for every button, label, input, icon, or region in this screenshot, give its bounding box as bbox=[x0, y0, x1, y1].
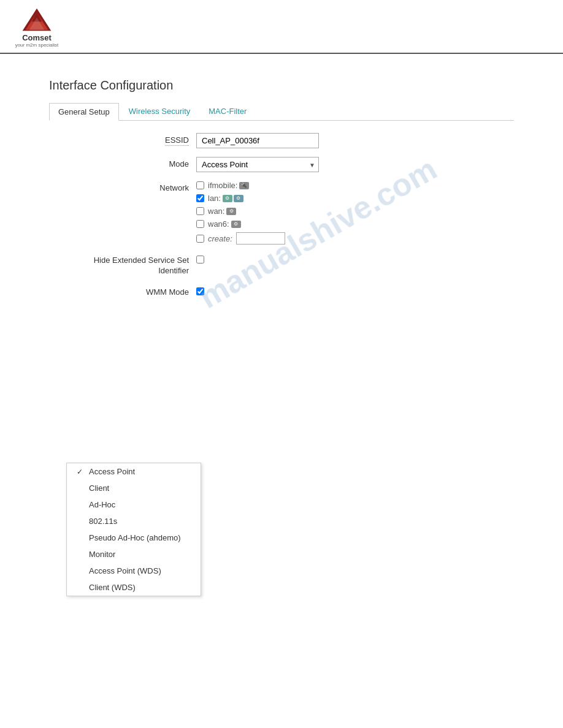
essid-row: ESSID bbox=[74, 133, 514, 148]
essid-input[interactable] bbox=[196, 133, 319, 148]
page-title: Interface Configuration bbox=[49, 78, 514, 93]
network-label: Network bbox=[74, 181, 196, 192]
network-item-lan: lan: ⚙ ⚙ bbox=[196, 194, 285, 203]
wmm-row: WMM Mode bbox=[74, 285, 514, 297]
network-checkbox-ifmobile[interactable] bbox=[196, 181, 204, 189]
network-item-ifmobile: ifmobile: 🔌 bbox=[196, 181, 285, 190]
network-label-wan6: wan6: ⚙ bbox=[208, 219, 241, 229]
mode-row: Mode Access Point Client Ad-Hoc 802.11s … bbox=[74, 157, 514, 172]
network-label-create: create: bbox=[208, 234, 232, 243]
header: Comset your m2m specialist bbox=[0, 0, 563, 54]
network-item-create: create: bbox=[196, 232, 285, 245]
create-input[interactable] bbox=[236, 232, 285, 245]
hide-essid-label: Hide Extended Service Set Identifier bbox=[74, 253, 196, 276]
tabs: General Setup Wireless Security MAC-Filt… bbox=[49, 102, 514, 121]
form-section: ESSID Mode Access Point Client Ad-Hoc 80… bbox=[49, 133, 514, 297]
hide-essid-checkbox-wrapper bbox=[196, 253, 204, 264]
mode-label: Mode bbox=[74, 157, 196, 169]
wmm-checkbox-wrapper bbox=[196, 285, 204, 295]
logo: Comset your m2m specialist bbox=[12, 7, 61, 48]
logo-text: Comset bbox=[22, 33, 52, 42]
network-label-lan: lan: ⚙ ⚙ bbox=[208, 194, 243, 203]
network-item-wan: wan: ⚙ bbox=[196, 207, 285, 216]
wan-icon: ⚙ bbox=[226, 208, 236, 215]
network-checkbox-wan[interactable] bbox=[196, 207, 204, 215]
network-checkbox-create[interactable] bbox=[196, 235, 204, 243]
wan6-icon: ⚙ bbox=[231, 221, 241, 228]
hide-essid-row: Hide Extended Service Set Identifier bbox=[74, 253, 514, 276]
network-checkbox-wan6[interactable] bbox=[196, 220, 204, 228]
wmm-label: WMM Mode bbox=[74, 285, 196, 297]
tab-mac-filter[interactable]: MAC-Filter bbox=[200, 103, 255, 121]
lan-icon2: ⚙ bbox=[234, 195, 243, 202]
lan-icon1: ⚙ bbox=[223, 195, 232, 202]
tab-general-setup[interactable]: General Setup bbox=[49, 103, 119, 121]
tab-wireless-security[interactable]: Wireless Security bbox=[120, 103, 199, 121]
logo-subtext: your m2m specialist bbox=[15, 42, 59, 48]
network-label-wan: wan: ⚙ bbox=[208, 207, 236, 216]
hide-essid-checkbox[interactable] bbox=[196, 256, 204, 264]
mode-select-wrapper: Access Point Client Ad-Hoc 802.11s Pseud… bbox=[196, 157, 319, 172]
network-label-ifmobile: ifmobile: 🔌 bbox=[208, 181, 249, 190]
network-items: ifmobile: 🔌 lan: ⚙ ⚙ bbox=[196, 181, 285, 245]
logo-icon bbox=[21, 7, 52, 32]
wmm-checkbox[interactable] bbox=[196, 287, 204, 295]
network-row: Network ifmobile: 🔌 l bbox=[74, 181, 514, 245]
ifmobile-icon: 🔌 bbox=[239, 182, 249, 189]
network-checkbox-lan[interactable] bbox=[196, 194, 204, 202]
mode-select[interactable]: Access Point Client Ad-Hoc 802.11s Pseud… bbox=[196, 157, 319, 172]
network-item-wan6: wan6: ⚙ bbox=[196, 219, 285, 229]
main-content: Interface Configuration General Setup Wi… bbox=[0, 54, 563, 330]
essid-label: ESSID bbox=[74, 133, 196, 145]
